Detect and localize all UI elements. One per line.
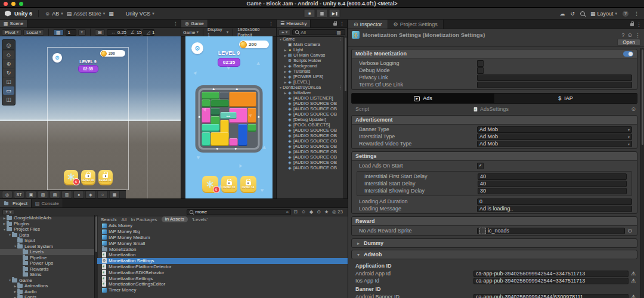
tree-arrow-icon[interactable]: ▶ <box>283 70 287 73</box>
puzzle-block[interactable] <box>247 124 256 132</box>
transform-tool[interactable]: ◫ <box>3 95 14 104</box>
help-icon[interactable]: ? <box>621 32 624 38</box>
search-icon[interactable] <box>580 11 585 16</box>
hierarchy-item[interactable]: ◈[AUDIO SOURCE OB <box>277 160 344 165</box>
search-result-item[interactable]: Ads Money <box>97 223 348 229</box>
freeze-powerup-button[interactable]: 6 <box>202 176 218 192</box>
hierarchy-item[interactable]: ◈[AUDIO SOURCE OB <box>277 154 344 160</box>
pause-button[interactable] <box>317 9 328 18</box>
puzzle-block[interactable] <box>202 124 219 132</box>
search-result-item[interactable]: IAP Money Big <box>97 229 348 235</box>
hierarchy-item[interactable]: ▶◈Tutorials <box>277 69 344 74</box>
dropdown-field[interactable]: Ad Mob▾ <box>477 126 632 133</box>
puzzle-block[interactable] <box>202 100 210 107</box>
sprite-object-field[interactable]: ic_noads <box>477 228 625 234</box>
hierarchy-item[interactable]: ◈[AUDIO SOURCE OB <box>277 101 344 106</box>
project-tree-item[interactable]: Skins <box>0 272 94 278</box>
puzzle-block[interactable] <box>211 100 228 107</box>
project-tree-item[interactable]: ▶Audio <box>0 289 94 295</box>
scope-in-packages[interactable]: In Packages <box>131 217 157 222</box>
checkbox[interactable]: ✓ <box>477 163 484 169</box>
puzzle-block[interactable] <box>229 138 238 146</box>
move-tool[interactable]: ⊕ <box>3 60 14 68</box>
search-result-item[interactable]: MonetizationSettingsEditor <box>97 281 348 287</box>
search-result-item[interactable]: Monetization Settings <box>97 258 348 264</box>
project-tree-item[interactable]: Rewards <box>0 266 94 272</box>
rect-tool[interactable]: ▭ <box>3 86 14 95</box>
tree-arrow-icon[interactable]: ▶ <box>2 222 7 225</box>
hierarchy-item[interactable]: ◈[AUDIO SOURCE OB <box>277 133 344 138</box>
tree-arrow-icon[interactable]: ▶ <box>2 216 7 220</box>
hierarchy-scrollbar[interactable] <box>343 36 347 198</box>
rotate-snap-field[interactable]: ∠15 <box>126 29 141 36</box>
object-picker-icon[interactable]: ⊙ <box>627 228 632 234</box>
lock-icon[interactable] <box>630 23 634 26</box>
cloud-icon[interactable]: ☁ <box>559 11 565 17</box>
kebab-menu-icon[interactable]: ⋮ <box>635 32 640 38</box>
scope-in-assets[interactable]: In Assets <box>162 216 188 222</box>
hierarchy-item[interactable]: ▶◈[LEVEL] <box>277 79 344 85</box>
hierarchy-item[interactable]: ▣Main Camera <box>277 42 344 47</box>
presets-icon[interactable]: ⊙ <box>627 32 632 38</box>
project-tree-item[interactable]: ▶Fonts <box>0 294 94 298</box>
gizmo-icon[interactable]: ◎ <box>2 191 13 198</box>
text-field[interactable]: Ad is loading.. <box>477 206 632 212</box>
hierarchy-item[interactable]: ⚙Scripts Holder <box>277 58 344 63</box>
cutout-icon[interactable]: ▨ <box>38 191 48 198</box>
view-tool[interactable]: ◎ <box>3 41 14 50</box>
tree-arrow-icon[interactable]: ▼ <box>2 228 7 231</box>
project-search-input[interactable]: mone × <box>187 209 291 215</box>
checkbox[interactable] <box>477 60 484 67</box>
hierarchy-item[interactable]: ◈[AUDIO LISTENER] <box>277 95 344 101</box>
tree-arrow-icon[interactable]: ▶ <box>13 290 17 293</box>
tree-arrow-icon[interactable]: ▶ <box>283 48 287 52</box>
scope-all[interactable]: All <box>122 217 127 222</box>
tree-arrow-icon[interactable]: ▶ <box>283 75 287 79</box>
project-tree-item[interactable]: ▼Project Files <box>0 226 94 232</box>
hierarchy-item[interactable]: ◈[AUDIO SOURCE OB <box>277 144 344 149</box>
create-asset-button[interactable]: +▾ <box>2 209 14 215</box>
snap-increment-button[interactable]: ⊞ <box>95 29 105 36</box>
hierarchy-item[interactable]: ▼DontDestroyOnLoa⋮ <box>277 85 344 90</box>
scene-viewport[interactable]: ⚙ 200 LEVEL 9 02:35 6 LEVEL 10 <box>0 36 181 198</box>
tab-project-settings[interactable]: ⚙Project Settings <box>388 20 444 29</box>
kebab-menu-icon[interactable]: ⋮ <box>173 21 178 27</box>
text-field[interactable]: ca-app-pub-3940256099942544~3347511713 <box>473 278 628 284</box>
text-field[interactable]: 30 <box>478 188 627 194</box>
step-button[interactable]: ▶ <box>329 9 340 18</box>
text-field[interactable]: 0 <box>477 198 632 205</box>
collab-icon[interactable]: ☺ <box>301 209 306 215</box>
tree-arrow-icon[interactable]: ▶ <box>283 64 287 68</box>
layers-icon[interactable]: ◈ <box>85 191 96 198</box>
tree-arrow-icon[interactable]: ▼ <box>278 86 283 89</box>
play-button[interactable]: ■ <box>304 9 315 18</box>
project-tree-item[interactable]: ▼Game <box>0 278 94 284</box>
info-icon[interactable]: ⊙ <box>317 209 321 215</box>
pivot-toggle-button[interactable]: Pivot▾ <box>2 29 21 36</box>
hierarchy-item[interactable]: ▶◈Background <box>277 63 344 69</box>
scale-snap-field[interactable]: ◿1 <box>143 29 154 36</box>
grid-size-field[interactable]: 1 <box>66 29 76 36</box>
help-icon[interactable]: ? <box>623 11 628 17</box>
project-tree-item[interactable]: ▼Level System <box>0 244 94 250</box>
st-label[interactable]: ST <box>14 191 24 198</box>
project-tree-item[interactable]: Pipeline <box>0 255 94 261</box>
object-picker-icon[interactable]: ⊙ <box>631 106 636 112</box>
tab-game[interactable]: ◎Game <box>181 20 208 27</box>
search-filter-icon[interactable]: ▦ <box>335 30 343 35</box>
kebab-menu-icon[interactable]: ⋮ <box>268 21 274 27</box>
image-icon[interactable]: ▤ <box>49 191 60 198</box>
vcs-menu[interactable]: Unity VCS▾ <box>126 11 154 17</box>
hierarchy-item[interactable]: ▶◈[POWER UPS] <box>277 74 344 79</box>
search-result-item[interactable]: MonetizationSettings <box>97 275 348 281</box>
project-tree-item[interactable]: ▶GoogleMobileAds <box>0 215 94 221</box>
puzzle-block[interactable] <box>211 108 220 116</box>
rotate-tool[interactable]: ↻ <box>3 69 14 77</box>
search-result-item[interactable]: Timer Money <box>97 287 348 293</box>
locked-powerup-button-2[interactable]: LEVEL 14 <box>240 176 256 192</box>
puzzle-block[interactable] <box>202 132 210 146</box>
project-tree-item[interactable]: Levels <box>0 249 94 255</box>
project-tree-item[interactable]: ▶Animations <box>0 283 94 289</box>
clear-search-icon[interactable]: × <box>286 209 289 215</box>
hierarchy-item[interactable]: ▶◈Initializer <box>277 90 344 95</box>
